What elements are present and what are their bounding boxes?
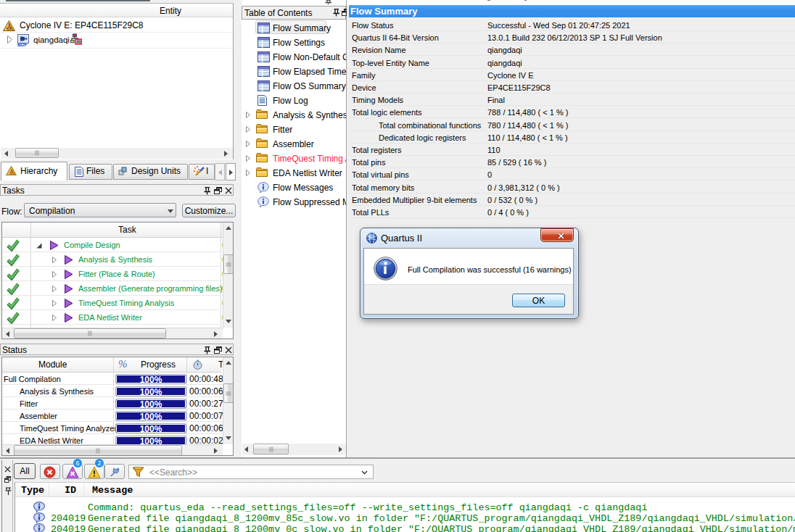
svg-text:BDF: BDF — [17, 42, 27, 46]
